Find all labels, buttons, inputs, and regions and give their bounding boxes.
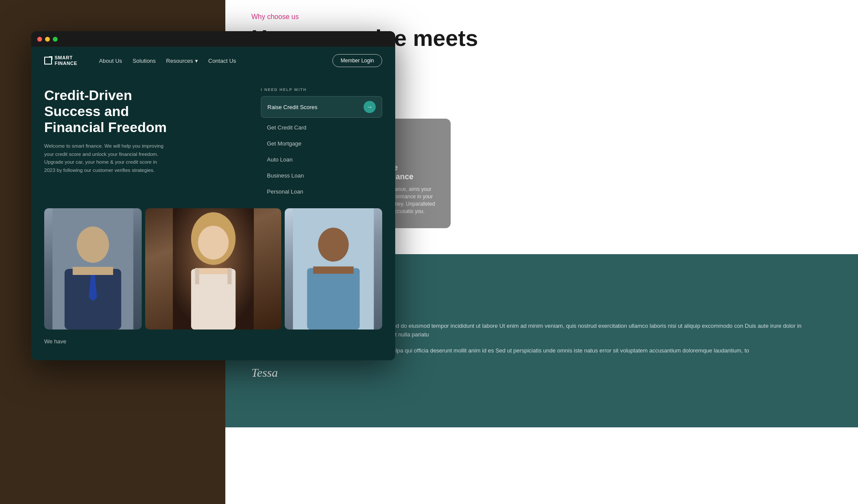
hero-title: Credit-Driven Success and Financial Free…	[44, 87, 252, 135]
svg-rect-10	[195, 268, 231, 274]
hero-left: Credit-Driven Success and Financial Free…	[44, 87, 261, 200]
nav-contact-us[interactable]: Contact Us	[208, 58, 236, 64]
dropdown-selected-item[interactable]: Raise Credit Scores →	[261, 96, 382, 118]
svg-point-14	[318, 228, 349, 262]
photo-row	[31, 208, 395, 338]
dropdown-label: I NEED HELP WITH	[261, 87, 382, 92]
svg-point-8	[198, 226, 229, 259]
svg-rect-12	[228, 268, 231, 284]
testimonial-signature: Tessa	[251, 366, 832, 380]
logo-text: SMART FINANCE	[55, 55, 77, 66]
dropdown-selected-text: Raise Credit Scores	[267, 104, 318, 110]
hero-section: Credit-Driven Success and Financial Free…	[31, 74, 395, 208]
browser-maximize-dot[interactable]	[53, 37, 58, 42]
dropdown-option-auto-loan[interactable]: Auto Loan	[261, 152, 382, 168]
dropdown-option-business-loan[interactable]: Business Loan	[261, 168, 382, 184]
dropdown-option-personal-loan[interactable]: Personal Loan	[261, 184, 382, 200]
dropdown-arrow-button[interactable]: →	[364, 101, 376, 113]
dropdown-option-mortgage[interactable]: Get Mortgage	[261, 136, 382, 152]
chevron-down-icon: ▾	[195, 58, 198, 64]
svg-point-1	[77, 226, 109, 263]
photo-man-2	[285, 208, 382, 330]
we-have-text: We have	[44, 338, 66, 345]
browser-minimize-dot[interactable]	[45, 37, 50, 42]
svg-rect-3	[73, 267, 113, 275]
nav-about-us[interactable]: About Us	[99, 58, 122, 64]
photo-man-1	[44, 208, 142, 330]
svg-rect-16	[313, 266, 354, 274]
arrow-right-icon: →	[367, 103, 373, 110]
browser-chrome	[31, 31, 395, 47]
nav-links: About Us Solutions Resources ▾ Contact U…	[99, 58, 319, 64]
svg-rect-15	[307, 268, 360, 330]
hero-description: Welcome to smart finance. We will help y…	[44, 142, 166, 174]
why-choose-label: Why choose us	[251, 13, 832, 21]
photo-woman	[145, 208, 282, 330]
dropdown-option-credit-card[interactable]: Get Credit Card	[261, 120, 382, 136]
dropdown-options-list: Get Credit Card Get Mortgage Auto Loan B…	[261, 120, 382, 200]
navigation-bar: SMART FINANCE About Us Solutions Resourc…	[31, 47, 395, 74]
nav-resources[interactable]: Resources ▾	[166, 58, 198, 64]
member-login-button[interactable]: Member Login	[332, 54, 382, 67]
nav-solutions[interactable]: Solutions	[133, 58, 156, 64]
svg-rect-11	[195, 268, 199, 284]
need-help-panel: I NEED HELP WITH Raise Credit Scores → G…	[261, 87, 382, 200]
watermark: OTOG	[827, 478, 854, 487]
logo-icon	[44, 57, 52, 65]
we-have-section: We have	[31, 338, 395, 345]
browser-close-dot[interactable]	[37, 37, 42, 42]
logo: SMART FINANCE	[44, 55, 77, 66]
browser-window: SMART FINANCE About Us Solutions Resourc…	[31, 31, 395, 360]
